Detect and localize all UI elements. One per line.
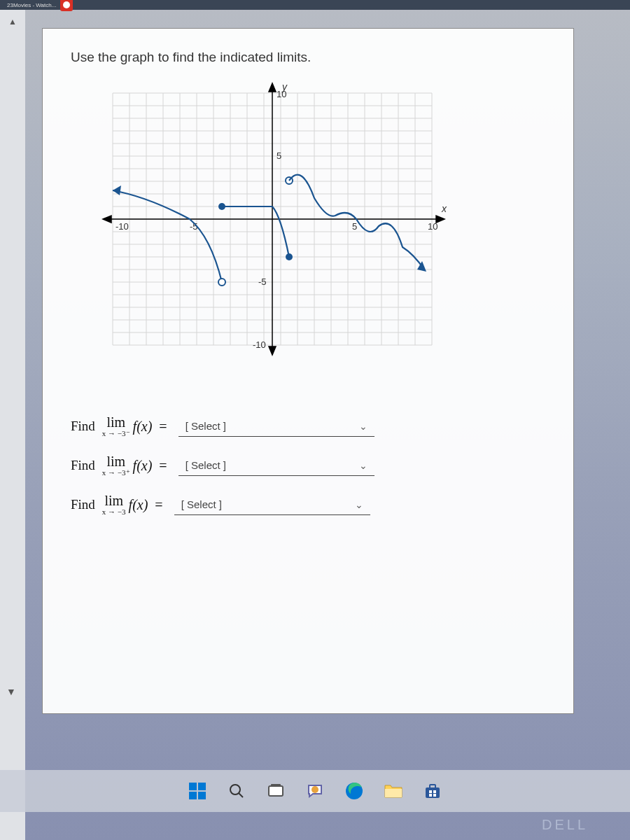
svg-rect-64 xyxy=(189,783,197,790)
svg-rect-78 xyxy=(433,790,436,793)
fx-label: f(x) xyxy=(129,497,148,513)
svg-text:10: 10 xyxy=(428,221,438,232)
svg-line-69 xyxy=(239,793,243,797)
svg-text:-5: -5 xyxy=(258,276,267,287)
bookmark-icon[interactable] xyxy=(60,0,73,11)
svg-rect-77 xyxy=(429,790,432,793)
equals: = xyxy=(159,458,167,474)
select-limit-3[interactable]: [ Select ] ⌄ xyxy=(174,494,370,515)
fx-label: f(x) xyxy=(133,419,153,435)
chevron-down-icon: ⌄ xyxy=(355,499,363,510)
svg-text:x: x xyxy=(441,203,447,214)
svg-rect-79 xyxy=(429,794,432,797)
svg-rect-80 xyxy=(433,794,436,797)
windows-taskbar[interactable] xyxy=(0,770,630,812)
svg-point-72 xyxy=(312,786,318,793)
fx-label: f(x) xyxy=(133,458,153,474)
dell-brand: DELL xyxy=(542,817,588,833)
svg-marker-44 xyxy=(269,83,276,92)
svg-text:y: y xyxy=(281,81,288,92)
windows-start-icon[interactable] xyxy=(186,779,209,803)
chat-icon[interactable] xyxy=(303,779,327,803)
equals: = xyxy=(159,419,167,435)
svg-rect-76 xyxy=(430,785,435,788)
select-limit-2[interactable]: [ Select ] ⌄ xyxy=(178,455,374,476)
edge-icon[interactable] xyxy=(342,779,366,803)
find-label: Find xyxy=(71,419,95,434)
svg-rect-74 xyxy=(385,789,402,797)
limit-question-2: Find lim x → −3⁺ f(x) = [ Select ] ⌄ xyxy=(71,454,545,477)
svg-point-68 xyxy=(230,785,240,794)
question-panel: Use the graph to find the indicated limi… xyxy=(42,28,574,714)
select-limit-1[interactable]: [ Select ] ⌄ xyxy=(178,416,374,437)
limit-question-3: Find lim x → −3 f(x) = [ Select ] ⌄ xyxy=(71,493,545,516)
svg-point-0 xyxy=(63,1,70,8)
find-label: Find xyxy=(71,458,95,473)
scroll-down-icon[interactable]: ▼ xyxy=(6,686,16,697)
limit-question-1: Find lim x → −3⁻ f(x) = [ Select ] ⌄ xyxy=(71,415,545,438)
svg-marker-47 xyxy=(103,216,111,223)
svg-text:-10: -10 xyxy=(115,221,129,232)
svg-rect-70 xyxy=(269,786,283,796)
svg-point-62 xyxy=(286,253,293,260)
svg-rect-65 xyxy=(198,783,206,790)
svg-text:-10: -10 xyxy=(253,340,266,350)
svg-rect-66 xyxy=(189,792,197,799)
svg-text:5: 5 xyxy=(276,150,281,161)
task-view-icon[interactable] xyxy=(264,779,288,803)
search-icon[interactable] xyxy=(225,779,248,803)
svg-point-59 xyxy=(218,279,225,286)
equals: = xyxy=(155,497,162,513)
find-label: Find xyxy=(71,497,95,512)
lim-symbol: lim x → −3⁺ xyxy=(102,454,130,477)
lim-symbol: lim x → −3⁻ xyxy=(102,415,130,438)
left-scrollbar[interactable]: ▲ xyxy=(0,10,25,840)
chevron-down-icon: ⌄ xyxy=(359,421,368,432)
svg-rect-67 xyxy=(198,792,206,799)
file-explorer-icon[interactable] xyxy=(382,779,405,803)
select-placeholder: [ Select ] xyxy=(186,459,226,471)
svg-rect-71 xyxy=(271,784,281,787)
graph: -10 -5 5 10 10 5 -5 -10 y x xyxy=(92,79,449,359)
svg-marker-45 xyxy=(269,346,276,355)
question-prompt: Use the graph to find the indicated limi… xyxy=(71,50,545,65)
browser-tab-bar: 23Movies - Watch... xyxy=(0,0,630,10)
svg-rect-75 xyxy=(426,788,440,798)
bookmark-text[interactable]: 23Movies - Watch... xyxy=(7,2,56,8)
microsoft-store-icon[interactable] xyxy=(421,779,444,803)
scroll-up-icon[interactable]: ▲ xyxy=(6,14,20,29)
lim-symbol: lim x → −3 xyxy=(102,493,126,516)
chevron-down-icon: ⌄ xyxy=(359,460,368,471)
select-placeholder: [ Select ] xyxy=(181,498,222,510)
svg-text:5: 5 xyxy=(352,221,357,232)
select-placeholder: [ Select ] xyxy=(186,420,226,432)
